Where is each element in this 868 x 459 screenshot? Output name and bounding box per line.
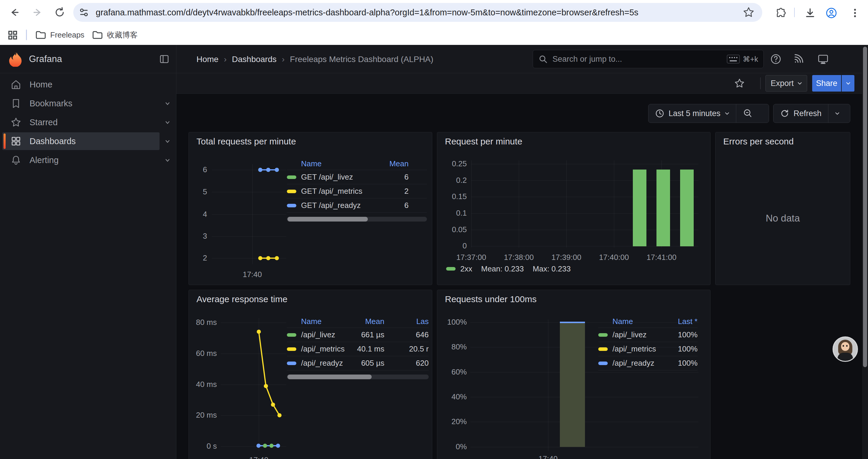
scrollbar-thumb[interactable] bbox=[863, 47, 867, 367]
chevron-down-icon[interactable] bbox=[164, 138, 171, 144]
screen: grafana.mathmast.com/d/deytv4rwavabkb/fr… bbox=[0, 0, 868, 459]
legend-scrollbar-thumb[interactable] bbox=[287, 217, 368, 222]
legend-row[interactable]: /api/_readyz100% bbox=[598, 356, 698, 370]
legend-row[interactable]: /api/_metrics40.1 ms20.5 r bbox=[287, 342, 429, 356]
refresh-control: Refresh bbox=[773, 104, 850, 123]
legend-scrollbar-thumb[interactable] bbox=[287, 374, 372, 379]
refresh-icon bbox=[780, 109, 789, 118]
average-response-legend: NameMeanLas/api/_livez661 µs646/api/_met… bbox=[287, 316, 429, 370]
y-axis-tick: 100% bbox=[437, 318, 467, 327]
toolbar-divider bbox=[794, 8, 795, 17]
address-bar[interactable]: grafana.mathmast.com/d/deytv4rwavabkb/fr… bbox=[73, 3, 762, 22]
panel-total-requests: Total requests per minute 6543217:40Name… bbox=[188, 132, 432, 285]
x-axis-tick: 17:39:00 bbox=[540, 253, 593, 262]
x-axis-tick: 17:41:00 bbox=[635, 253, 688, 262]
chevron-down-icon[interactable] bbox=[164, 100, 171, 107]
tune-icon[interactable] bbox=[78, 6, 90, 18]
rss-icon[interactable] bbox=[793, 53, 804, 65]
share-button[interactable]: Share bbox=[812, 75, 841, 92]
assistant-avatar[interactable] bbox=[833, 336, 858, 362]
forward-icon[interactable] bbox=[31, 6, 44, 19]
y-axis-tick: 0 bbox=[437, 241, 467, 251]
sidebar-item-dashboards[interactable]: Dashboards bbox=[2, 132, 159, 150]
reload-icon[interactable] bbox=[53, 6, 66, 19]
under-100ms-legend: NameLast */api/_livez100%/api/_metrics10… bbox=[598, 316, 698, 370]
breadcrumb: Home›Dashboards›Freeleaps Metrics Dashbo… bbox=[196, 55, 433, 64]
sidebar-item-starred[interactable]: Starred bbox=[2, 113, 159, 131]
refresh-interval-dropdown[interactable] bbox=[829, 104, 846, 123]
legend-row[interactable]: GET /api/_livez6 bbox=[287, 170, 427, 184]
legend-scrollbar[interactable] bbox=[287, 374, 429, 379]
export-button[interactable]: Export bbox=[766, 75, 807, 92]
url-text[interactable]: grafana.mathmast.com/d/deytv4rwavabkb/fr… bbox=[96, 8, 735, 18]
sidebar-item-label: Dashboards bbox=[30, 136, 75, 146]
zoom-out-button[interactable] bbox=[736, 104, 759, 123]
data-point bbox=[275, 168, 279, 172]
page-scrollbar[interactable] bbox=[862, 45, 868, 459]
data-point bbox=[258, 168, 262, 172]
grafana-logo[interactable] bbox=[8, 52, 23, 67]
gridline-h bbox=[470, 447, 699, 447]
panel-title[interactable]: Errors per second bbox=[723, 136, 794, 146]
legend-row[interactable]: /api/_livez100% bbox=[598, 328, 698, 342]
search-bar[interactable]: ⌘+k bbox=[533, 50, 764, 68]
grafana-header: Grafana Home›Dashboards›Freeleaps Metric… bbox=[0, 45, 868, 73]
active-item-accent bbox=[4, 133, 6, 149]
time-range-control: Last 5 minutes bbox=[648, 104, 769, 123]
y-axis-tick: 0.1 bbox=[437, 208, 467, 218]
refresh-button[interactable]: Refresh bbox=[773, 104, 828, 123]
legend-row[interactable]: /api/_readyz605 µs620 bbox=[287, 356, 429, 370]
bookmark-star-icon[interactable] bbox=[743, 6, 754, 18]
chevron-down-icon[interactable] bbox=[164, 157, 171, 163]
folder-icon bbox=[35, 30, 46, 39]
chevron-down-icon[interactable] bbox=[164, 119, 171, 126]
data-point bbox=[256, 444, 260, 448]
bookmark-folder-blogs[interactable]: 收藏博客 bbox=[92, 29, 138, 41]
x-axis-tick: 17:40:00 bbox=[587, 253, 641, 262]
x-axis-tick: 17:40 bbox=[522, 454, 575, 459]
back-icon[interactable] bbox=[8, 6, 21, 19]
bar-2xx bbox=[633, 169, 646, 246]
favorite-star-icon[interactable] bbox=[734, 78, 745, 89]
legend-header: NameMean bbox=[287, 158, 427, 170]
share-dropdown-button[interactable] bbox=[842, 75, 855, 92]
kebab-menu-icon[interactable] bbox=[848, 6, 862, 20]
bookmarks-bar: Freeleaps 收藏博客 bbox=[0, 25, 868, 45]
help-icon[interactable] bbox=[770, 53, 782, 65]
series-swatch bbox=[287, 347, 296, 351]
gridline-h bbox=[471, 164, 699, 164]
breadcrumb-home[interactable]: Home bbox=[196, 55, 219, 64]
requests-under-100ms-plot: 100%80%60%40%20%0%17:40NameLast */api/_l… bbox=[437, 290, 710, 459]
search-input[interactable] bbox=[553, 55, 727, 64]
dock-sidebar-icon[interactable] bbox=[159, 54, 169, 64]
breadcrumb-dashboards[interactable]: Dashboards bbox=[232, 55, 277, 64]
legend-scrollbar[interactable] bbox=[287, 217, 427, 222]
legend-header: NameLast * bbox=[598, 316, 698, 328]
sidebar-item-alerting[interactable]: Alerting bbox=[2, 151, 159, 169]
x-axis-tick: 17:38:00 bbox=[492, 253, 546, 262]
zoom-out-icon bbox=[743, 108, 753, 119]
series-swatch bbox=[287, 190, 296, 193]
y-axis-tick: 0.2 bbox=[437, 176, 467, 185]
panel-average-response-time: Average response time 80 ms60 ms40 ms20 … bbox=[188, 290, 432, 459]
legend-row[interactable]: GET /api/_metrics2 bbox=[287, 184, 427, 198]
profile-icon[interactable] bbox=[825, 6, 838, 20]
dashboards-grid-icon bbox=[11, 136, 21, 146]
data-point bbox=[276, 444, 280, 448]
apps-grid-icon[interactable] bbox=[8, 30, 18, 40]
gridline-v bbox=[252, 164, 253, 264]
extensions-icon[interactable] bbox=[775, 6, 788, 20]
sidebar-item-bookmarks[interactable]: Bookmarks bbox=[2, 95, 159, 112]
request-per-minute-plot: 0.250.20.150.10.05017:37:0017:38:0017:39… bbox=[437, 132, 710, 285]
monitor-icon[interactable] bbox=[817, 53, 829, 65]
y-axis-tick: 40% bbox=[437, 392, 467, 401]
legend-row[interactable]: /api/_livez661 µs646 bbox=[287, 328, 429, 342]
legend-row[interactable]: /api/_metrics100% bbox=[598, 342, 698, 356]
time-range-picker[interactable]: Last 5 minutes bbox=[649, 104, 736, 123]
gridline-v bbox=[566, 160, 567, 248]
bookmark-folder-freeleaps[interactable]: Freeleaps bbox=[35, 29, 85, 41]
legend-row[interactable]: GET /api/_readyz6 bbox=[287, 198, 427, 213]
download-icon[interactable] bbox=[804, 6, 816, 20]
data-point bbox=[263, 444, 267, 448]
sidebar-item-home[interactable]: Home bbox=[2, 76, 159, 93]
